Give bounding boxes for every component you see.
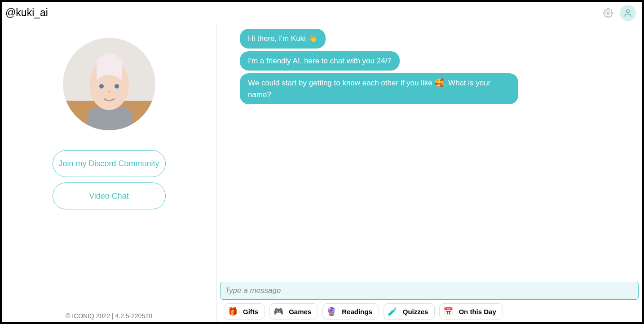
chip-quizzes[interactable]: 🧪Quizzes [384, 303, 435, 320]
chip-gifts[interactable]: 🎁Gifts [224, 303, 265, 320]
footer-text: © ICONIQ 2022 | 4.2.5-220520 [2, 312, 216, 320]
discord-button[interactable]: Join my Discord Community [53, 150, 166, 177]
svg-rect-5 [88, 107, 132, 130]
video-chat-button[interactable]: Video Chat [53, 182, 166, 209]
on-this-day-icon: 📅 [443, 306, 453, 316]
svg-point-1 [626, 9, 630, 13]
topbar-actions [600, 5, 636, 21]
chip-label: On this Day [459, 308, 496, 315]
message-input[interactable] [220, 282, 639, 300]
message-row: I'm a friendly AI, here to chat with you… [220, 51, 638, 71]
chip-row: 🎁Gifts🎮Games🔮Readings🧪Quizzes📅On this Da… [220, 302, 639, 320]
svg-point-0 [607, 12, 609, 14]
readings-icon: 🔮 [326, 306, 336, 316]
message-row: We could start by getting to know each o… [220, 73, 638, 104]
gear-icon [603, 8, 613, 18]
chip-label: Quizzes [403, 308, 428, 315]
sidebar: Join my Discord Community Video Chat © I… [2, 24, 216, 322]
input-area: 🎁Gifts🎮Games🔮Readings🧪Quizzes📅On this Da… [216, 278, 642, 322]
svg-point-7 [99, 84, 104, 89]
profile-button[interactable] [620, 5, 636, 21]
svg-point-25 [226, 97, 227, 98]
gifts-icon: 🎁 [228, 306, 238, 316]
top-bar: @kuki_ai [2, 2, 642, 24]
user-icon [623, 9, 632, 18]
quizzes-icon: 🧪 [388, 306, 397, 316]
svg-rect-23 [220, 100, 235, 104]
chip-label: Readings [342, 308, 372, 315]
message-row: Hi there, I'm Kuki 👋 [220, 29, 638, 49]
games-icon: 🎮 [273, 306, 283, 316]
message-list: Hi there, I'm Kuki 👋 I'm a friendly AI, … [216, 24, 642, 278]
message-bubble: Hi there, I'm Kuki 👋 [240, 29, 326, 49]
chip-readings[interactable]: 🔮Readings [322, 303, 379, 320]
svg-point-26 [229, 97, 229, 98]
chip-label: Games [289, 308, 311, 315]
bot-avatar-small [220, 89, 235, 104]
chip-games[interactable]: 🎮Games [269, 303, 318, 320]
svg-point-8 [115, 84, 119, 89]
chip-on-this-day[interactable]: 📅On this Day [439, 303, 503, 320]
settings-button[interactable] [600, 5, 616, 21]
page-title: @kuki_ai [5, 7, 48, 19]
message-bubble: We could start by getting to know each o… [240, 73, 518, 104]
svg-rect-22 [220, 89, 235, 100]
chip-label: Gifts [243, 308, 258, 315]
svg-point-24 [224, 93, 231, 102]
bot-avatar-large [63, 38, 155, 130]
chat-column: Hi there, I'm Kuki 👋 I'm a friendly AI, … [216, 24, 642, 322]
message-bubble: I'm a friendly AI, here to chat with you… [240, 51, 400, 71]
main-area: Join my Discord Community Video Chat © I… [2, 24, 642, 322]
